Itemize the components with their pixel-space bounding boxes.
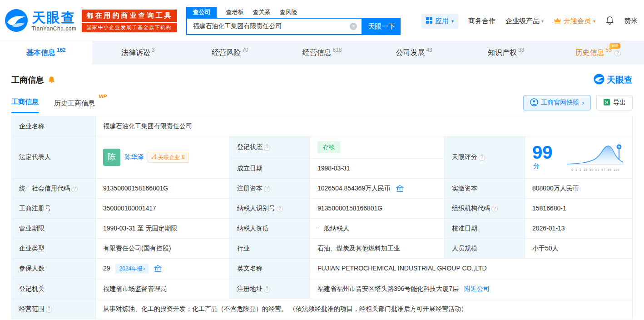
search-tab-company[interactable]: 查公司 (186, 7, 217, 18)
grid-icon (426, 17, 432, 25)
vip-badge: VIP (99, 94, 107, 99)
user-menu[interactable]: 费米 (624, 17, 638, 25)
legal-rep-avatar[interactable]: 陈 (103, 149, 120, 166)
monitor-bell-icon[interactable] (48, 76, 55, 84)
caret-down-icon: ▾ (541, 19, 544, 24)
field-label: 企业名称 (12, 116, 96, 136)
reg-number-value: 350000100001417 (96, 198, 230, 218)
field-label: 经营范围? (12, 299, 96, 319)
field-label: 天眼评分? (445, 136, 525, 179)
tab-basic-info[interactable]: 基本信息 162 (0, 41, 92, 65)
field-label: 成立日期 (230, 158, 310, 178)
bank-icon[interactable] (154, 265, 162, 272)
insured-count-value: 29 (103, 265, 110, 272)
search-tab-boss[interactable]: 查老板 (226, 7, 243, 18)
nav-cooperation[interactable]: 商务合作 (468, 17, 495, 25)
field-label: 登记状态? (230, 136, 310, 159)
help-icon[interactable]: ? (491, 206, 498, 212)
clear-icon[interactable]: × (350, 23, 357, 30)
establish-date-value: 1998-03-31 (310, 158, 445, 178)
tab-label: 经营信息 (302, 48, 332, 58)
field-label: 实缴资本 (445, 178, 525, 198)
status-badge: 存续 (317, 141, 340, 153)
field-label: 英文名称 (230, 258, 310, 279)
official-snapshot-button[interactable]: 工商官网快照 › (523, 95, 591, 110)
org-code-value: 15816680-1 (525, 198, 633, 218)
help-icon[interactable]: ? (264, 145, 270, 151)
score-value: 99分 (532, 143, 560, 171)
business-info-table: 企业名称 福建石油化工集团有限责任公司 法定代表人 陈 陈华泽 (11, 116, 633, 319)
field-label: 人员规模 (445, 238, 525, 258)
tab-intellectual-property[interactable]: 知识产权 38 (460, 41, 552, 65)
subtab-business-info[interactable]: 工商信息 (11, 98, 39, 113)
reg-capital-cell: 1026504.854369万人民币 (310, 178, 445, 198)
caret-down-icon: ▾ (593, 19, 595, 24)
table-row: 登记机关 福建省市场监督管理局 注册地址? 福建省福州市晋安区塔头路396号能化… (12, 279, 633, 299)
help-icon[interactable]: ? (277, 206, 283, 212)
export-label: 导出 (613, 99, 626, 107)
apps-menu[interactable]: 应用 ▾ (421, 14, 458, 29)
slogan-banner: 都在用的商业查询工具 国家中小企业发展子基金旗下机构 (82, 10, 177, 32)
related-badge-count: 8 (182, 153, 185, 161)
search-tab-risk[interactable]: 查风险 (279, 7, 297, 18)
help-icon[interactable]: ? (264, 286, 270, 293)
enterprise-label: 企业级产品 (505, 17, 540, 25)
table-row: 工商注册号 350000100001417 纳税人识别号? 9135000015… (12, 198, 633, 218)
table-row: 参保人数 29 2024年报 › 英文名称 (12, 258, 633, 279)
search-tab-relation[interactable]: 查关系 (253, 7, 270, 18)
tianyancha-logo[interactable]: 天眼查 TianYanCha.com (5, 9, 76, 34)
excel-icon (603, 99, 610, 107)
tab-label: 知识产权 (488, 48, 517, 58)
chevron-right-icon: › (143, 265, 145, 273)
field-label: 统一社会信用代码? (12, 178, 96, 198)
related-companies-badge[interactable]: 关联企业 8 (148, 152, 188, 163)
tab-operation-risk[interactable]: 经营风险 70 (184, 41, 276, 65)
table-row: 企业名称 福建石油化工集团有限责任公司 (12, 116, 633, 136)
field-label: 法定代表人 (12, 136, 96, 179)
header-nav: 应用 ▾ 商务合作 企业级产品 ▾ 开通会员 ▾ (421, 14, 638, 29)
search-button[interactable]: 天眼一下 (362, 18, 401, 35)
help-icon[interactable]: ? (479, 155, 485, 161)
bank-icon[interactable] (396, 185, 404, 192)
field-label: 营业期限 (12, 218, 96, 238)
tab-legal-litigation[interactable]: 法律诉讼 3 (92, 41, 184, 65)
reg-capital-value: 1026504.854369万人民币 (317, 185, 391, 192)
section-header: 工商信息 天眼查 (11, 74, 633, 86)
business-scope-value: 从事对炼油、化工的投资开发；化工产品（不含危险品）的经营。 （依法须经批准的项目… (96, 299, 633, 319)
subtab-row: 工商信息 VIP 历史工商信息 工商官网快照 › (11, 95, 633, 113)
nav-enterprise-products[interactable]: 企业级产品 ▾ (505, 17, 544, 25)
nearby-companies-link[interactable]: 附近公司 (464, 285, 490, 292)
help-icon[interactable]: ? (264, 186, 270, 192)
vip-badge: VIP (609, 43, 621, 49)
table-row: 企业类型 有限责任公司(国有控股) 行业 石油、煤炭及其他燃料加工业 人员规模 … (12, 238, 633, 258)
open-vip-label: 开通会员 (564, 17, 591, 25)
annual-report-badge[interactable]: 2024年报 › (115, 264, 149, 274)
business-term-value: 1998-03-31 至 无固定期限 (96, 218, 230, 238)
legal-rep-cell: 陈 陈华泽 关联企业 (96, 136, 230, 179)
notification-bell-icon[interactable] (605, 16, 614, 26)
tab-company-development[interactable]: 公司发展 43 (368, 41, 460, 65)
tab-count: 618 (333, 47, 342, 53)
tab-label: 公司发展 (396, 48, 425, 58)
help-icon[interactable]: ? (46, 306, 52, 313)
legal-rep-link[interactable]: 陈华泽 (124, 152, 144, 162)
tab-count: 70 (242, 47, 248, 53)
help-icon[interactable]: ? (614, 50, 621, 56)
caret-down-icon: ▾ (451, 19, 454, 24)
taxpayer-id-value: 91350000158166801G (310, 198, 445, 218)
table-row: 经营范围? 从事对炼油、化工的投资开发；化工产品（不含危险品）的经营。 （依法须… (12, 299, 633, 319)
company-type-value: 有限责任公司(国有控股) (96, 238, 230, 258)
help-icon[interactable]: ? (71, 186, 78, 192)
open-vip[interactable]: 开通会员 ▾ (554, 17, 595, 25)
logo-subtitle: TianYanCha.com (32, 26, 76, 32)
tab-history-info[interactable]: VIP 历史信息 53 ? (552, 41, 644, 65)
tab-operation-info[interactable]: 经营信息 618 (276, 41, 368, 65)
tianyancha-logo-icon (5, 9, 28, 34)
field-label: 注册地址? (230, 279, 310, 299)
tab-label: 经营风险 (212, 48, 241, 58)
brand-name: 天眼查 (607, 74, 633, 86)
export-button[interactable]: 导出 (596, 95, 633, 110)
subtab-history-business-info[interactable]: VIP 历史工商信息 (54, 99, 95, 113)
search-input[interactable] (192, 22, 350, 30)
field-label: 核准日期 (445, 218, 525, 238)
